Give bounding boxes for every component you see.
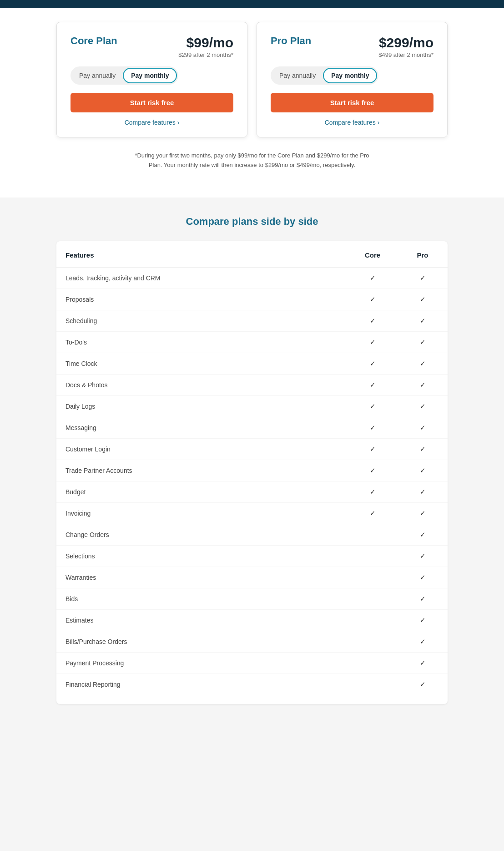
- col-header-pro: Pro: [398, 241, 448, 268]
- compare-table: Features Core Pro Leads, tracking, activ…: [56, 241, 448, 695]
- core-check: [348, 588, 398, 609]
- core-billing-toggle: Pay annually Pay monthly: [71, 66, 178, 85]
- check-icon: ✓: [420, 274, 426, 282]
- table-row: Change Orders✓: [56, 524, 448, 545]
- feature-label: Change Orders: [56, 524, 348, 545]
- pro-plan-name: Pro Plan: [271, 35, 311, 47]
- feature-label: Estimates: [56, 609, 348, 631]
- check-icon: ✓: [420, 488, 426, 496]
- table-row: Estimates✓: [56, 609, 448, 631]
- table-row: Scheduling✓✓: [56, 310, 448, 331]
- check-icon: ✓: [420, 616, 426, 624]
- pro-check: ✓: [398, 289, 448, 310]
- feature-label: Financial Reporting: [56, 674, 348, 695]
- pro-plan-price-after: $499 after 2 months*: [378, 51, 433, 58]
- core-compare-link[interactable]: Compare features ›: [71, 119, 233, 126]
- table-row: Proposals✓✓: [56, 289, 448, 310]
- pro-start-button[interactable]: Start risk free: [271, 93, 433, 112]
- check-icon: ✓: [420, 466, 426, 474]
- check-icon: ✓: [370, 424, 376, 431]
- core-check: [348, 631, 398, 652]
- pro-check: ✓: [398, 395, 448, 417]
- check-icon: ✓: [420, 338, 426, 346]
- top-bar: [0, 0, 504, 8]
- core-check: ✓: [348, 481, 398, 502]
- feature-label: Invoicing: [56, 502, 348, 524]
- check-icon: ✓: [370, 274, 376, 282]
- pro-check: ✓: [398, 545, 448, 567]
- feature-label: Daily Logs: [56, 395, 348, 417]
- check-icon: ✓: [370, 509, 376, 517]
- pro-check: ✓: [398, 374, 448, 395]
- table-row: Bills/Purchase Orders✓: [56, 631, 448, 652]
- table-row: Invoicing✓✓: [56, 502, 448, 524]
- core-check: ✓: [348, 374, 398, 395]
- core-check: ✓: [348, 310, 398, 331]
- pro-check: ✓: [398, 438, 448, 460]
- check-icon: ✓: [420, 445, 426, 453]
- pro-check: ✓: [398, 652, 448, 674]
- table-row: Payment Processing✓: [56, 652, 448, 674]
- pro-check: ✓: [398, 267, 448, 289]
- check-icon: ✓: [370, 445, 376, 453]
- table-row: Docs & Photos✓✓: [56, 374, 448, 395]
- pro-plan-card: Pro Plan $299/mo $499 after 2 months* Pa…: [257, 22, 448, 137]
- core-check: ✓: [348, 460, 398, 481]
- table-row: Budget✓✓: [56, 481, 448, 502]
- check-icon: ✓: [420, 659, 426, 667]
- feature-label: Time Clock: [56, 353, 348, 374]
- core-check: ✓: [348, 502, 398, 524]
- pro-check: ✓: [398, 588, 448, 609]
- feature-label: Payment Processing: [56, 652, 348, 674]
- core-plan-name: Core Plan: [71, 35, 117, 47]
- check-icon: ✓: [420, 573, 426, 581]
- compare-title: Compare plans side by side: [9, 216, 495, 228]
- core-check: ✓: [348, 395, 398, 417]
- core-check: [348, 545, 398, 567]
- feature-label: Scheduling: [56, 310, 348, 331]
- pro-billing-toggle: Pay annually Pay monthly: [271, 66, 378, 85]
- pro-toggle-annually[interactable]: Pay annually: [272, 69, 323, 82]
- check-icon: ✓: [420, 360, 426, 367]
- table-row: Daily Logs✓✓: [56, 395, 448, 417]
- check-icon: ✓: [420, 402, 426, 410]
- pro-compare-link[interactable]: Compare features ›: [271, 119, 433, 126]
- pro-check: ✓: [398, 502, 448, 524]
- feature-label: Selections: [56, 545, 348, 567]
- check-icon: ✓: [370, 317, 376, 324]
- pro-check: ✓: [398, 353, 448, 374]
- table-row: Time Clock✓✓: [56, 353, 448, 374]
- core-check: ✓: [348, 353, 398, 374]
- pro-toggle-monthly[interactable]: Pay monthly: [323, 68, 377, 83]
- pro-check: ✓: [398, 331, 448, 353]
- check-icon: ✓: [370, 338, 376, 346]
- check-icon: ✓: [370, 402, 376, 410]
- table-row: Bids✓: [56, 588, 448, 609]
- check-icon: ✓: [370, 295, 376, 303]
- col-header-features: Features: [56, 241, 348, 268]
- feature-label: Trade Partner Accounts: [56, 460, 348, 481]
- core-toggle-annually[interactable]: Pay annually: [72, 69, 123, 82]
- check-icon: ✓: [370, 488, 376, 496]
- check-icon: ✓: [420, 638, 426, 645]
- feature-label: Budget: [56, 481, 348, 502]
- core-check: ✓: [348, 417, 398, 438]
- feature-label: Leads, tracking, activity and CRM: [56, 267, 348, 289]
- feature-label: Messaging: [56, 417, 348, 438]
- pro-check: ✓: [398, 310, 448, 331]
- core-start-button[interactable]: Start risk free: [71, 93, 233, 112]
- core-check: [348, 674, 398, 695]
- core-toggle-monthly[interactable]: Pay monthly: [123, 68, 177, 83]
- check-icon: ✓: [420, 424, 426, 431]
- feature-label: To-Do's: [56, 331, 348, 353]
- core-check: [348, 652, 398, 674]
- table-row: Warranties✓: [56, 567, 448, 588]
- table-row: Customer Login✓✓: [56, 438, 448, 460]
- check-icon: ✓: [420, 595, 426, 603]
- feature-label: Bills/Purchase Orders: [56, 631, 348, 652]
- check-icon: ✓: [420, 317, 426, 324]
- core-check: ✓: [348, 331, 398, 353]
- feature-label: Docs & Photos: [56, 374, 348, 395]
- core-plan-card: Core Plan $99/mo $299 after 2 months* Pa…: [56, 22, 247, 137]
- pro-plan-price: $299/mo: [378, 35, 433, 51]
